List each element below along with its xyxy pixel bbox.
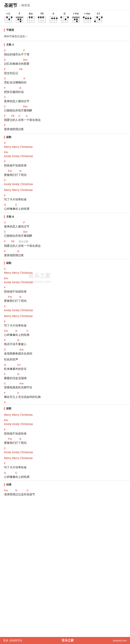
beat-type-note: 两种节奏型任选其一: [4, 34, 126, 40]
chorus-lyric: lonely lonely Christmas: [4, 422, 126, 427]
chord: F: [4, 240, 8, 243]
chord: C: [4, 382, 8, 385]
chord: F: [4, 160, 8, 163]
chord: F: [4, 86, 8, 90]
svg-point-29: [38, 16, 39, 18]
chord-line: C: [4, 446, 126, 450]
lyric: 心碎像像街上的纸屑: [4, 332, 126, 338]
chord: G: [19, 295, 23, 298]
chord: C: [15, 203, 19, 206]
lyric: 暖暖的泪盒流荡绕: [4, 376, 126, 381]
chord: F9: [19, 68, 23, 71]
chord: G: [4, 364, 8, 366]
chord-em: Em: [26, 12, 35, 23]
svg-point-14: [17, 18, 19, 20]
lyric: 屋算他陪我过夜: [4, 127, 126, 132]
c2-line-4: Fm G 爱被我们打了死结: [4, 295, 126, 304]
chord: A: [23, 77, 27, 80]
chord-line: C: [4, 141, 126, 144]
verse-b-line-3: F F9 音乐之家 我爱过的人没有一个留在身边: [4, 239, 126, 249]
svg-rect-17: [27, 16, 34, 22]
c2-line-16: C: [4, 400, 126, 404]
verse-a-line-9: F 屋算他陪我过夜: [4, 123, 126, 132]
chord: A: [26, 114, 30, 118]
lyric: 我爱过的人没有一个留在身边: [4, 118, 126, 123]
svg-rect-0: [5, 16, 12, 22]
bridge-label: 结尾: [6, 483, 11, 486]
chord: C: [26, 489, 31, 492]
footer-left-text: 更多 吉他谱尽在: [3, 639, 22, 642]
svg-point-72: [99, 18, 100, 20]
chord-g: G: [60, 12, 69, 23]
chord-line: F: [4, 123, 126, 127]
verse-a-line-2: C Em 记忆却难难冷的那爱: [4, 58, 126, 67]
svg-point-65: [90, 18, 91, 19]
chord: Em: [4, 151, 8, 154]
bridge-line-1: Fm G C 渐来陪我过过这些圣诞节: [4, 488, 126, 497]
chord-diagrams-section: × C F Em: [0, 10, 130, 25]
verse-b-line-1: C F 孤单的恋人最怕过节: [4, 220, 126, 230]
chorus-lyric: Merry Merry Christmas: [4, 412, 126, 418]
chorus2-label: 副歌: [6, 261, 11, 265]
chorus-line-3: F 想祝福不知该给谁: [4, 160, 126, 168]
svg-rect-57: [84, 16, 91, 22]
chord-grid-em: [26, 16, 35, 23]
svg-rect-32: [50, 16, 57, 22]
svg-point-37: [51, 18, 53, 19]
svg-point-55: [76, 18, 78, 20]
chord-c7: C7: [94, 12, 103, 23]
chorus-lyric: lonely lonely Christmas: [4, 450, 126, 455]
chord-line: Fm G: [4, 295, 126, 298]
chord: C: [4, 179, 8, 182]
lyric: 电话不挂不要被人: [4, 342, 126, 347]
chord: Fm: [4, 489, 8, 492]
c3-line-1: Merry Merry Christmas: [4, 412, 126, 418]
chord: F: [4, 114, 8, 118]
c2-line-2: Em lonely lonely Christmas: [4, 276, 126, 285]
svg-point-39: [56, 18, 58, 19]
lyric: 孤单的恋人最怕过节: [4, 224, 126, 230]
footer-center-text: 音乐之家: [62, 638, 74, 642]
lyric: 我住的城市从不下雪: [4, 52, 126, 58]
footer-right-text: yinyuezj.com: [113, 639, 127, 642]
section-bar-chorus2: [4, 262, 5, 265]
verse-a-line-5: F G 把快乐越得好远: [4, 86, 126, 95]
chorus-lyric: lonely lonely Christmas: [4, 280, 126, 285]
chord-line: C A: [4, 76, 126, 80]
chord: G: [4, 203, 8, 206]
verse-b-line-2: C Em 已能独自庆祝尽量唱醉: [4, 230, 126, 239]
chorus-line-1: C Merry Merry Christmas: [4, 141, 126, 150]
chorus-lyric: lonely lonely Christmas: [4, 182, 126, 187]
divider-2: [0, 41, 130, 41]
chorus-line-2: Em lonely lonely Christmas: [4, 150, 126, 159]
lyric: 听来像窗外的音乐: [4, 366, 126, 372]
lyric: 想祝福不知该给谁: [4, 163, 126, 168]
chord: C: [4, 96, 8, 99]
chord-line: C Am: [4, 382, 126, 385]
section-bar-bridge: [4, 483, 5, 486]
lyric: 我爱过的人没有一个留在身边: [4, 243, 126, 249]
chord: Am: [19, 382, 23, 385]
lyric: 狂欢的笑声: [4, 357, 126, 362]
chord: C: [15, 471, 19, 474]
watermark-inline: 音乐之家: [18, 240, 28, 243]
chord-line: C Am: [4, 348, 126, 351]
c2-line-10: C Am 发现我整夜都关在房间: [4, 348, 126, 356]
chorus-content: C Merry Merry Christmas Em lonely lonely…: [0, 141, 130, 212]
verse-b-section: 主歌 B: [0, 214, 130, 220]
svg-point-31: [42, 16, 44, 18]
chord: G: [15, 329, 19, 332]
chord: C: [26, 329, 31, 332]
chord: Fm: [8, 437, 12, 440]
lyric: 发现我整夜都关在房间: [4, 351, 126, 356]
chord-line: F F9 音乐之家: [4, 239, 126, 243]
artist-name: 陈奕迅: [21, 4, 30, 7]
divider-5: [0, 259, 130, 259]
chord: Em: [23, 105, 27, 108]
svg-point-7: [11, 16, 12, 18]
svg-point-22: [29, 16, 30, 18]
svg-point-62: [83, 16, 85, 18]
chord: F9: [11, 114, 15, 118]
chord: C: [4, 305, 8, 308]
lyric: 霓虹自过嗯咦的街: [4, 80, 126, 86]
